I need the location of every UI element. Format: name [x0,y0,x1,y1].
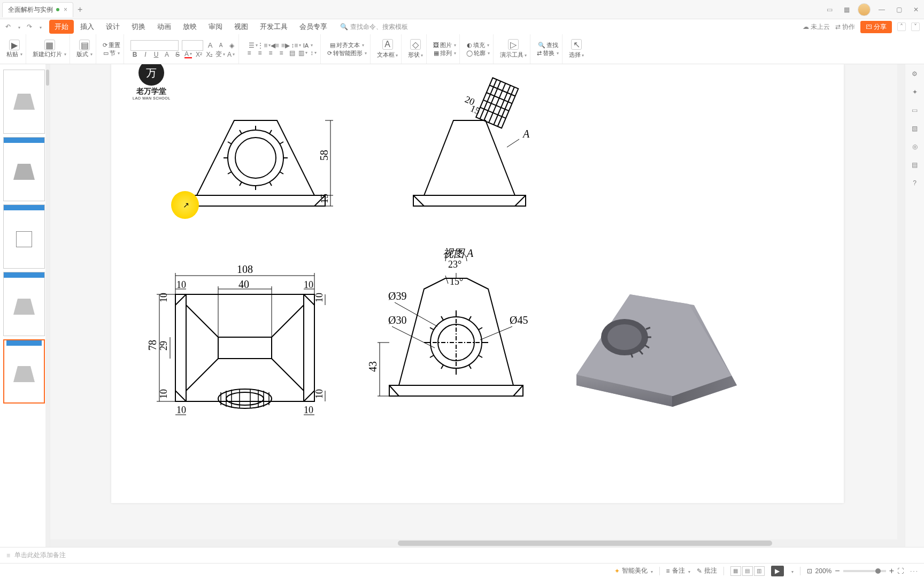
demo-tools-button[interactable]: ▷演示工具 [500,39,527,59]
ribbon-collapse-up[interactable]: ˄ [897,22,906,31]
canvas-scrollbar-v[interactable] [897,64,905,547]
textbox-button[interactable]: A文本框 [377,39,398,59]
reading-mode-icon[interactable]: ▭ [823,4,835,16]
view-normal-button[interactable]: ▦ [730,566,741,576]
text-effects-button[interactable]: A [227,51,235,58]
italic-button[interactable]: I [142,51,149,58]
new-tab-button[interactable]: + [78,5,82,14]
slide-thumb[interactable] [3,70,45,134]
rail-help-icon[interactable]: ? [910,178,920,188]
redo-dropdown[interactable] [36,23,44,31]
notes-toggle[interactable]: ≡备注 [666,566,690,575]
slide-canvas[interactable]: 万 老万学堂 LAO WAN SCHOOL [50,64,905,547]
collab-button[interactable]: ⇄协作 [835,22,855,32]
zoom-out-button[interactable]: − [835,566,840,576]
new-slide-label[interactable]: 新建幻灯片 [33,50,66,58]
align-right-button[interactable]: ≡ [267,49,274,57]
tab-close-icon[interactable]: × [64,6,67,13]
underline-button[interactable]: U [152,51,160,58]
smart-shape-button[interactable]: ⟳ 转智能图形 [327,49,367,57]
arrange-button[interactable]: ▦ 排列 [434,49,456,57]
font-size-select[interactable] [182,40,203,51]
superscript-button[interactable]: X² [195,51,203,58]
new-slide-button[interactable]: ▦ [44,40,55,50]
tab-view[interactable]: 视图 [229,20,253,34]
shape-button[interactable]: ◇形状 [408,39,423,59]
text-direction-button[interactable]: IA [303,42,313,49]
find-button[interactable]: 🔍 查找 [538,41,558,49]
tab-slideshow[interactable]: 放映 [178,20,202,34]
reset-button[interactable]: ⟳ 重置 [103,41,120,49]
beautify-button[interactable]: ✦智能美化 [614,566,653,575]
tab-vip[interactable]: 会员专享 [294,20,333,34]
tab-animation[interactable]: 动画 [152,20,176,34]
tab-insert[interactable]: 插入 [75,20,99,34]
zoom-in-button[interactable]: + [889,566,894,576]
window-maximize-icon[interactable]: ▢ [893,4,905,16]
ribbon-collapse-down[interactable]: ˅ [911,22,920,31]
zoom-value[interactable]: 200% [815,567,832,575]
replace-button[interactable]: ⇄ 替换 [537,49,559,57]
notes-pane[interactable]: ≡ 单击此处添加备注 [0,547,924,563]
font-shrink-button[interactable]: A [217,42,225,49]
subscript-button[interactable]: X₂ [206,51,213,58]
zoom-slider[interactable] [843,570,886,572]
tab-review[interactable]: 审阅 [203,20,228,34]
command-search[interactable]: 🔍 查找命令、搜索模板 [340,22,408,32]
font-color-button[interactable]: A [184,51,192,58]
tab-transition[interactable]: 切换 [126,20,151,34]
rail-animation-icon[interactable]: ▭ [910,105,920,116]
undo-dropdown[interactable] [15,23,22,31]
align-left-button[interactable]: ≡ [245,49,253,57]
slideshow-dropdown[interactable] [790,567,794,575]
rail-settings-icon[interactable]: ⚙ [910,69,920,79]
paste-button[interactable]: ▶ [9,40,20,50]
rail-slide-icon[interactable]: ▤ [910,159,920,170]
layout-button[interactable]: ▤ [79,40,90,50]
tab-design[interactable]: 设计 [101,20,125,34]
columns-button[interactable]: ▥ [299,49,306,57]
user-avatar[interactable] [858,3,871,16]
spacing-button[interactable]: ↕ [310,49,317,57]
undo-button[interactable]: ↶ [3,23,13,31]
change-case-button[interactable]: 变 [217,51,224,58]
tab-start[interactable]: 开始 [49,20,74,34]
font-family-select[interactable] [130,40,179,51]
comments-toggle[interactable]: ✎批注 [697,566,717,575]
fullscreen-button[interactable]: ⛶ [897,567,904,575]
window-minimize-icon[interactable]: — [876,4,888,16]
fit-button[interactable]: ⊡ [807,567,812,575]
slide-thumb[interactable] [3,137,45,201]
line-spacing-button[interactable]: ↕≡ [292,42,300,49]
fill-button[interactable]: ◐ 填充 [467,41,489,49]
highlight-button[interactable]: A [163,51,171,58]
paste-dropdown[interactable]: 粘贴 [6,50,22,58]
distribute-button[interactable]: ▤ [288,49,296,57]
align-justify-button[interactable]: ≡ [278,49,285,57]
align-text-button[interactable]: ▤ 对齐文本 [330,41,364,49]
cloud-status[interactable]: ☁未上云 [803,22,830,32]
layout-label[interactable]: 版式 [76,50,93,58]
slide-thumb[interactable] [3,204,45,269]
view-reading-button[interactable]: ▥ [754,566,765,576]
bullets-button[interactable]: ☰ [250,42,257,49]
document-tab[interactable]: 全面解析与实例 × [2,2,73,17]
outline-button[interactable]: ◯ 轮廓 [466,49,490,57]
window-close-icon[interactable]: ✕ [910,4,922,16]
align-center-button[interactable]: ≡ [256,49,264,57]
numbering-button[interactable]: ⋮≡ [260,42,268,49]
clear-format-button[interactable]: ◈ [228,42,235,49]
slideshow-button[interactable]: ▶ [771,566,784,576]
share-button[interactable]: ⮹ 分享 [860,21,892,33]
select-button[interactable]: ↖选择 [569,39,584,59]
view-sorter-button[interactable]: ▤ [742,566,753,576]
indent-inc-button[interactable]: ≡▶ [282,42,289,49]
font-grow-button[interactable]: A [206,42,214,49]
more-button[interactable]: ··· [910,567,919,575]
section-button[interactable]: ▭ 节 [103,49,120,57]
tab-devtools[interactable]: 开发工具 [255,20,293,34]
rail-style-icon[interactable]: ✦ [910,87,920,97]
redo-button[interactable]: ↷ [25,23,34,31]
indent-dec-button[interactable]: ◀≡ [271,42,279,49]
thumbs-scrollbar[interactable] [45,64,50,547]
